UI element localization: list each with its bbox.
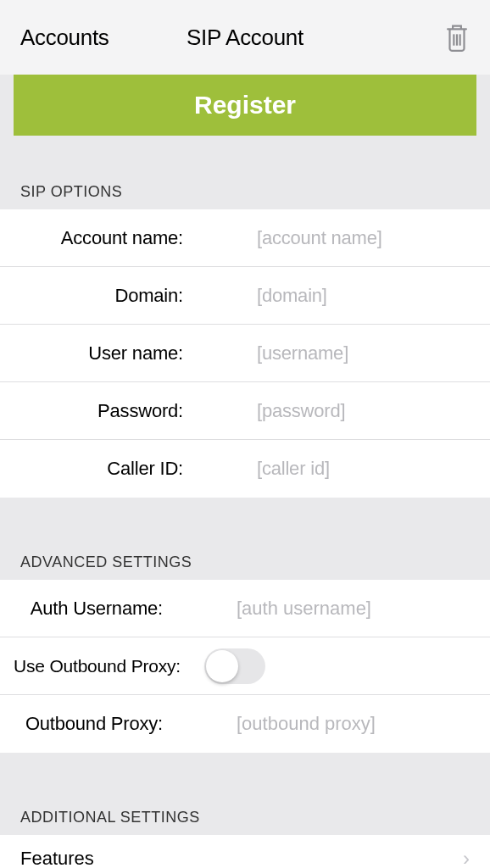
toggle-thumb [206,650,238,682]
label-domain: Domain: [20,285,193,307]
field-row-use-outbound-proxy: Use Outbound Proxy: [0,637,490,695]
trash-icon [444,23,470,52]
section-header-sip-options: SIP OPTIONS [0,183,490,209]
field-row-domain: Domain: [0,267,490,325]
page-title: SIP Account [187,25,303,51]
domain-input[interactable] [193,267,490,324]
section-header-advanced: ADVANCED SETTINGS [0,554,490,580]
chevron-right-icon: › [463,847,470,868]
use-outbound-proxy-toggle[interactable] [204,648,265,684]
features-label: Features [20,848,94,868]
caller-id-input[interactable] [193,440,490,498]
field-row-username: User name: [0,325,490,382]
label-account-name: Account name: [20,227,193,249]
account-name-input[interactable] [193,209,490,266]
delete-button[interactable] [444,23,470,52]
password-input[interactable] [193,382,490,439]
username-input[interactable] [193,325,490,381]
field-row-caller-id: Caller ID: [0,440,490,498]
label-password: Password: [20,400,193,422]
field-row-account-name: Account name: [0,209,490,267]
back-button[interactable]: Accounts [20,25,109,51]
label-auth-username: Auth Username: [20,598,173,620]
features-row[interactable]: Features › [0,835,490,868]
label-outbound-proxy: Outbound Proxy: [20,713,173,735]
advanced-settings-group: Auth Username: Use Outbound Proxy: Outbo… [0,580,490,753]
sip-options-group: Account name: Domain: User name: Passwor… [0,209,490,498]
label-username: User name: [20,342,193,364]
section-header-additional: ADDITIONAL SETTINGS [0,809,490,835]
field-row-auth-username: Auth Username: [0,580,490,637]
field-row-outbound-proxy: Outbound Proxy: [0,695,490,753]
app-header: Accounts SIP Account [0,0,490,75]
label-use-outbound-proxy: Use Outbound Proxy: [14,656,204,676]
auth-username-input[interactable] [173,580,470,637]
register-button[interactable]: Register [14,75,476,136]
outbound-proxy-input[interactable] [173,695,470,753]
field-row-password: Password: [0,382,490,440]
label-caller-id: Caller ID: [20,458,193,480]
additional-settings-group: Features › [0,835,490,868]
